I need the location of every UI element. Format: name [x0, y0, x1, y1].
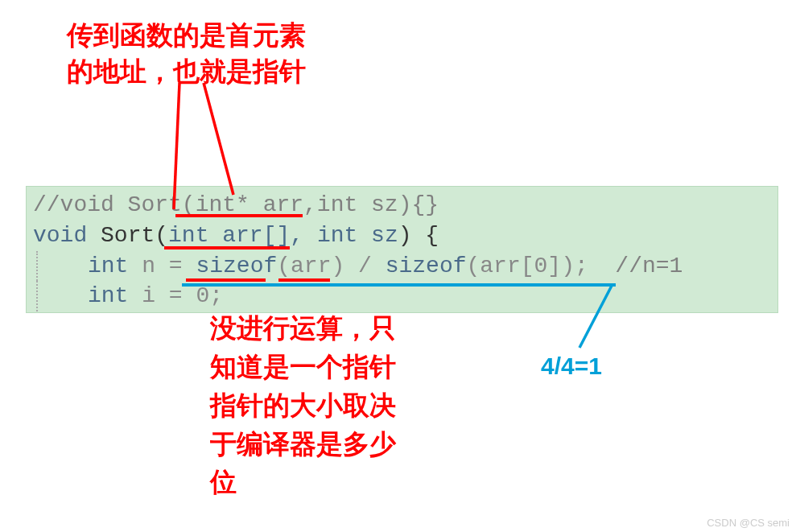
annotation-mid-line3: 指针的大小取决	[210, 386, 396, 425]
red-line-2	[204, 83, 233, 195]
code-line-1: //void Sort(int* arr,int sz){}	[27, 190, 777, 221]
annotation-mid-line4: 于编译器是多少	[210, 425, 396, 464]
annotation-mid-line1: 没进行运算，只	[210, 309, 396, 348]
annotation-right: 4/4=1	[541, 353, 602, 380]
annotation-mid-line5: 位	[210, 463, 396, 501]
annotation-top-line1: 传到函数的是首元素	[67, 18, 306, 54]
code-comment-1: //void Sort(int* arr,int sz){}	[33, 192, 439, 217]
code-line-3: int n = sizeof(arr) / sizeof(arr[0]); //…	[27, 251, 777, 282]
annotation-top-line2: 的地址，也就是指针	[67, 54, 306, 90]
annotation-mid-line2: 知道是一个指针	[210, 348, 396, 386]
code-line-4: int i = 0;	[27, 281, 777, 311]
watermark: CSDN @CS semi	[707, 517, 790, 529]
code-line-2: void Sort(int arr[], int sz) {	[27, 221, 777, 251]
code-block: //void Sort(int* arr,int sz){} void Sort…	[26, 186, 778, 313]
annotation-middle: 没进行运算，只 知道是一个指针 指针的大小取决 于编译器是多少 位	[210, 309, 396, 501]
annotation-top: 传到函数的是首元素 的地址，也就是指针	[67, 18, 306, 89]
